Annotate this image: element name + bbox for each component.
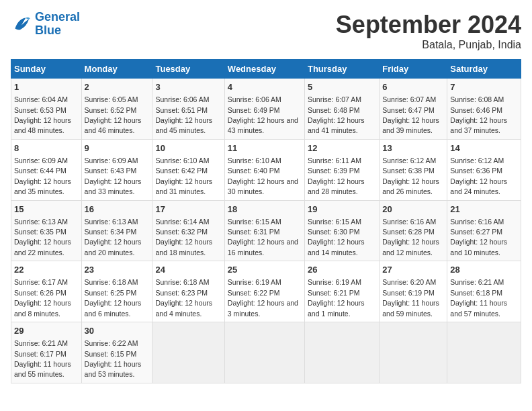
cell-content: Sunrise: 6:15 AMSunset: 6:31 PMDaylight:… xyxy=(228,218,298,257)
day-number: 11 xyxy=(228,142,302,154)
day-number: 14 xyxy=(450,142,518,154)
logo-text: General Blue xyxy=(35,11,80,38)
day-number: 21 xyxy=(450,203,518,216)
day-number: 18 xyxy=(228,203,302,216)
day-number: 15 xyxy=(14,203,79,216)
cell-content: Sunrise: 6:10 AMSunset: 6:42 PMDaylight:… xyxy=(155,156,212,195)
calendar-week-row: 29Sunrise: 6:21 AMSunset: 6:17 PMDayligh… xyxy=(11,322,521,383)
day-number: 23 xyxy=(85,264,150,276)
cell-content: Sunrise: 6:18 AMSunset: 6:23 PMDaylight:… xyxy=(155,278,212,317)
cell-content: Sunrise: 6:18 AMSunset: 6:25 PMDaylight:… xyxy=(85,278,142,317)
day-header-monday: Monday xyxy=(81,60,152,79)
calendar-cell: 6Sunrise: 6:07 AMSunset: 6:47 PMDaylight… xyxy=(380,79,447,140)
day-number: 8 xyxy=(14,142,79,154)
location: Batala, Punjab, India xyxy=(336,39,521,51)
cell-content: Sunrise: 6:15 AMSunset: 6:30 PMDaylight:… xyxy=(308,218,365,257)
calendar-cell: 14Sunrise: 6:12 AMSunset: 6:36 PMDayligh… xyxy=(447,139,521,200)
calendar-cell: 30Sunrise: 6:22 AMSunset: 6:15 PMDayligh… xyxy=(81,322,152,383)
day-number: 20 xyxy=(382,203,444,216)
day-number: 4 xyxy=(228,81,302,93)
day-number: 5 xyxy=(308,81,376,93)
day-number: 29 xyxy=(14,325,79,337)
cell-content: Sunrise: 6:21 AMSunset: 6:17 PMDaylight:… xyxy=(14,339,71,378)
calendar-cell xyxy=(152,322,224,383)
day-number: 27 xyxy=(382,264,444,276)
day-header-saturday: Saturday xyxy=(447,60,521,79)
calendar-cell: 4Sunrise: 6:06 AMSunset: 6:49 PMDaylight… xyxy=(224,79,304,140)
calendar-cell: 17Sunrise: 6:14 AMSunset: 6:32 PMDayligh… xyxy=(152,200,224,261)
calendar-cell xyxy=(224,322,304,383)
calendar-cell: 27Sunrise: 6:20 AMSunset: 6:19 PMDayligh… xyxy=(380,261,447,322)
cell-content: Sunrise: 6:13 AMSunset: 6:34 PMDaylight:… xyxy=(85,218,142,257)
day-number: 25 xyxy=(228,264,302,276)
day-header-sunday: Sunday xyxy=(11,60,82,79)
cell-content: Sunrise: 6:19 AMSunset: 6:22 PMDaylight:… xyxy=(228,278,298,317)
calendar-cell: 26Sunrise: 6:19 AMSunset: 6:21 PMDayligh… xyxy=(304,261,379,322)
calendar-cell: 25Sunrise: 6:19 AMSunset: 6:22 PMDayligh… xyxy=(224,261,304,322)
cell-content: Sunrise: 6:12 AMSunset: 6:36 PMDaylight:… xyxy=(450,156,507,195)
cell-content: Sunrise: 6:04 AMSunset: 6:53 PMDaylight:… xyxy=(14,95,71,134)
cell-content: Sunrise: 6:16 AMSunset: 6:28 PMDaylight:… xyxy=(382,218,439,257)
calendar-cell: 11Sunrise: 6:10 AMSunset: 6:40 PMDayligh… xyxy=(224,139,304,200)
cell-content: Sunrise: 6:06 AMSunset: 6:51 PMDaylight:… xyxy=(155,95,212,134)
day-number: 30 xyxy=(85,325,150,337)
calendar-cell: 22Sunrise: 6:17 AMSunset: 6:26 PMDayligh… xyxy=(11,261,82,322)
cell-content: Sunrise: 6:06 AMSunset: 6:49 PMDaylight:… xyxy=(228,95,298,134)
calendar-cell: 3Sunrise: 6:06 AMSunset: 6:51 PMDaylight… xyxy=(152,79,224,140)
title-block: September 2024 Batala, Punjab, India xyxy=(336,11,521,51)
cell-content: Sunrise: 6:09 AMSunset: 6:44 PMDaylight:… xyxy=(14,156,71,195)
day-number: 3 xyxy=(155,81,221,93)
day-number: 13 xyxy=(382,142,444,154)
calendar-week-row: 8Sunrise: 6:09 AMSunset: 6:44 PMDaylight… xyxy=(11,139,521,200)
day-number: 12 xyxy=(308,142,376,154)
calendar-week-row: 22Sunrise: 6:17 AMSunset: 6:26 PMDayligh… xyxy=(11,261,521,322)
calendar-cell: 20Sunrise: 6:16 AMSunset: 6:28 PMDayligh… xyxy=(380,200,447,261)
cell-content: Sunrise: 6:09 AMSunset: 6:43 PMDaylight:… xyxy=(85,156,142,195)
calendar-cell: 1Sunrise: 6:04 AMSunset: 6:53 PMDaylight… xyxy=(11,79,82,140)
calendar-cell: 12Sunrise: 6:11 AMSunset: 6:39 PMDayligh… xyxy=(304,139,379,200)
cell-content: Sunrise: 6:07 AMSunset: 6:48 PMDaylight:… xyxy=(308,95,365,134)
day-number: 7 xyxy=(450,81,518,93)
calendar-cell: 19Sunrise: 6:15 AMSunset: 6:30 PMDayligh… xyxy=(304,200,379,261)
calendar-cell: 23Sunrise: 6:18 AMSunset: 6:25 PMDayligh… xyxy=(81,261,152,322)
calendar-table: SundayMondayTuesdayWednesdayThursdayFrid… xyxy=(11,59,521,383)
cell-content: Sunrise: 6:14 AMSunset: 6:32 PMDaylight:… xyxy=(155,218,212,257)
day-header-friday: Friday xyxy=(380,60,447,79)
day-number: 22 xyxy=(14,264,79,276)
calendar-cell: 15Sunrise: 6:13 AMSunset: 6:35 PMDayligh… xyxy=(11,200,82,261)
day-header-tuesday: Tuesday xyxy=(152,60,224,79)
day-number: 9 xyxy=(85,142,150,154)
cell-content: Sunrise: 6:21 AMSunset: 6:18 PMDaylight:… xyxy=(450,278,507,317)
cell-content: Sunrise: 6:17 AMSunset: 6:26 PMDaylight:… xyxy=(14,278,71,317)
calendar-cell: 24Sunrise: 6:18 AMSunset: 6:23 PMDayligh… xyxy=(152,261,224,322)
month-title: September 2024 xyxy=(336,11,521,39)
calendar-cell: 5Sunrise: 6:07 AMSunset: 6:48 PMDaylight… xyxy=(304,79,379,140)
day-number: 28 xyxy=(450,264,518,276)
calendar-cell: 8Sunrise: 6:09 AMSunset: 6:44 PMDaylight… xyxy=(11,139,82,200)
calendar-cell xyxy=(380,322,447,383)
logo-icon xyxy=(11,13,32,35)
cell-content: Sunrise: 6:13 AMSunset: 6:35 PMDaylight:… xyxy=(14,218,71,257)
calendar-cell: 18Sunrise: 6:15 AMSunset: 6:31 PMDayligh… xyxy=(224,200,304,261)
day-number: 10 xyxy=(155,142,221,154)
cell-content: Sunrise: 6:12 AMSunset: 6:38 PMDaylight:… xyxy=(382,156,439,195)
cell-content: Sunrise: 6:08 AMSunset: 6:46 PMDaylight:… xyxy=(450,95,507,134)
calendar-cell: 13Sunrise: 6:12 AMSunset: 6:38 PMDayligh… xyxy=(380,139,447,200)
logo: General Blue xyxy=(11,11,80,38)
day-number: 24 xyxy=(155,264,221,276)
calendar-cell: 21Sunrise: 6:16 AMSunset: 6:27 PMDayligh… xyxy=(447,200,521,261)
day-number: 19 xyxy=(308,203,376,216)
day-header-thursday: Thursday xyxy=(304,60,379,79)
calendar-cell: 29Sunrise: 6:21 AMSunset: 6:17 PMDayligh… xyxy=(11,322,82,383)
calendar-cell: 16Sunrise: 6:13 AMSunset: 6:34 PMDayligh… xyxy=(81,200,152,261)
calendar-cell: 7Sunrise: 6:08 AMSunset: 6:46 PMDaylight… xyxy=(447,79,521,140)
cell-content: Sunrise: 6:20 AMSunset: 6:19 PMDaylight:… xyxy=(382,278,439,317)
day-number: 26 xyxy=(308,264,376,276)
day-number: 1 xyxy=(14,81,79,93)
calendar-cell: 28Sunrise: 6:21 AMSunset: 6:18 PMDayligh… xyxy=(447,261,521,322)
cell-content: Sunrise: 6:11 AMSunset: 6:39 PMDaylight:… xyxy=(308,156,365,195)
cell-content: Sunrise: 6:10 AMSunset: 6:40 PMDaylight:… xyxy=(228,156,298,195)
day-number: 6 xyxy=(382,81,444,93)
page-header: General Blue September 2024 Batala, Punj… xyxy=(11,11,521,51)
cell-content: Sunrise: 6:16 AMSunset: 6:27 PMDaylight:… xyxy=(450,218,507,257)
